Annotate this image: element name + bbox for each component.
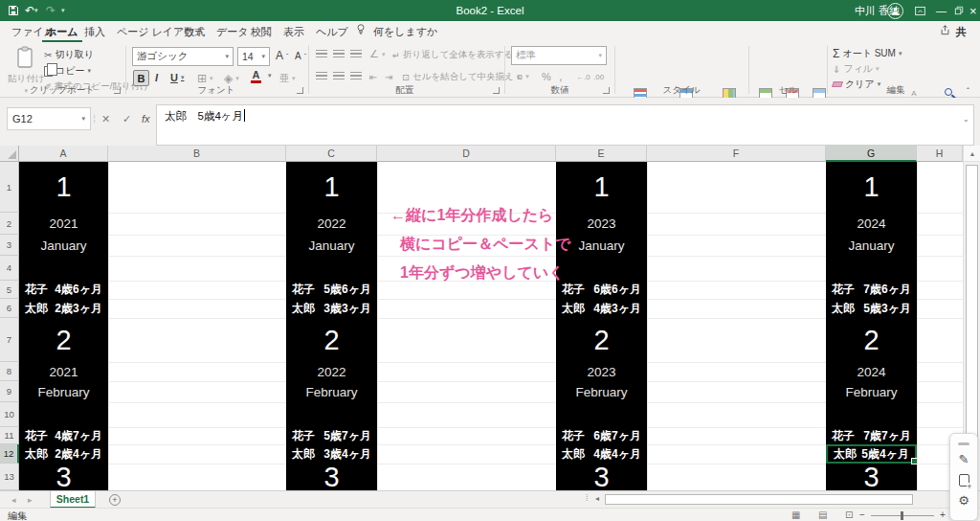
formula-input[interactable]: 太郎 5歳4ヶ月 [156, 104, 974, 146]
align-right-button[interactable] [350, 72, 362, 80]
percent-style-button[interactable]: % [542, 71, 551, 82]
edit-note-button[interactable]: ✎ [959, 453, 969, 466]
cell-day[interactable]: 3 [19, 464, 108, 490]
align-bottom-button[interactable] [350, 50, 362, 58]
number-dialog-launcher[interactable] [603, 87, 610, 94]
cell-day[interactable]: 2 [556, 318, 647, 362]
cell-person[interactable]: 花子7歳6ヶ月 [826, 281, 917, 299]
settings-gear-button[interactable]: ⚙ [958, 494, 969, 508]
vertical-scroll-thumb[interactable] [966, 165, 978, 439]
cell-month[interactable]: January [19, 235, 108, 256]
page-break-view-button[interactable]: ⊡ [845, 509, 853, 521]
worksheet-grid[interactable]: 1 2021 January 花子4歳6ヶ月 太郎2歳3ヶ月 2 2021 Fe… [19, 162, 963, 490]
row-header-3[interactable]: 3 [0, 235, 19, 256]
scroll-up-arrow[interactable]: ▲ [964, 146, 980, 162]
merge-center-button[interactable]: ⊡セルを結合して中央揃え▾ [402, 71, 520, 83]
cell-day[interactable]: 1 [286, 162, 377, 213]
cell-year[interactable]: 2021 [19, 362, 108, 381]
tell-me-box[interactable]: 何をしますか [352, 21, 441, 42]
zoom-in-button[interactable]: + [940, 509, 946, 521]
row-header-4[interactable]: 4 [0, 256, 19, 281]
tab-scroll-splitter[interactable]: ⁞ [586, 493, 588, 503]
calendar-column-g[interactable]: 1 2024 January 花子7歳6ヶ月 太郎5歳3ヶ月 2 2024 Fe… [826, 162, 917, 490]
cell-person[interactable]: 花子5歳6ヶ月 [286, 281, 377, 299]
font-color-button[interactable]: A [251, 70, 261, 83]
row-header-8[interactable]: 8 [0, 362, 19, 381]
sheet-nav-left-arrow[interactable]: ◂ [11, 491, 16, 509]
horizontal-scroll-thumb[interactable] [605, 494, 913, 505]
orientation-button[interactable]: ∠▾ [369, 48, 385, 60]
tab-review[interactable]: 校閲 [247, 21, 276, 42]
cell-empty[interactable] [19, 402, 108, 427]
expand-formula-bar-button[interactable]: ⌄ [963, 107, 969, 130]
cell-empty[interactable] [286, 256, 377, 281]
confirm-entry-button[interactable]: ✓ [122, 107, 131, 130]
drag-handle[interactable] [958, 442, 969, 445]
tab-insert[interactable]: 挿入 [80, 21, 109, 42]
borders-button[interactable]: ⊞▾ [197, 72, 213, 85]
cell-day[interactable]: 2 [19, 318, 108, 362]
cell-person[interactable]: 太郎2歳3ヶ月 [19, 299, 108, 318]
increase-decimal-button[interactable]: ←.0 [576, 73, 590, 81]
sheet-tab-sheet1[interactable]: Sheet1 [50, 491, 96, 509]
cell-year[interactable]: 2022 [286, 213, 377, 235]
clipboard-dialog-launcher[interactable] [114, 87, 121, 94]
new-sheet-button[interactable]: + [109, 494, 121, 506]
fill-color-button[interactable]: ◈▾ [224, 72, 239, 85]
alignment-dialog-launcher[interactable] [493, 87, 500, 94]
row-header-10[interactable]: 10 [0, 402, 19, 427]
cell-day[interactable]: 1 [19, 162, 108, 213]
row-header-9[interactable]: 9 [0, 381, 19, 402]
cell-person[interactable]: 太郎4歳3ヶ月 [556, 299, 647, 318]
close-button[interactable]: × [969, 0, 977, 21]
cancel-entry-button[interactable]: ✕ [101, 107, 110, 130]
name-box[interactable]: G12▾ [7, 107, 91, 130]
collapse-ribbon-button[interactable]: ˆ [967, 86, 969, 96]
cell-empty[interactable] [826, 402, 917, 427]
cell-year[interactable]: 2024 [826, 362, 917, 381]
cell-empty[interactable] [556, 402, 647, 427]
page-layout-view-button[interactable]: ▤ [818, 509, 827, 521]
row-header-7[interactable]: 7 [0, 318, 19, 362]
tab-home[interactable]: ホーム [42, 21, 82, 42]
decrease-indent-button[interactable]: ⇤ [369, 72, 377, 82]
phonetic-guide-button[interactable]: 亜▾ [279, 72, 296, 85]
cell-person[interactable]: 花子4歳6ヶ月 [19, 281, 108, 299]
cell-person[interactable]: 花子4歳7ヶ月 [19, 427, 108, 444]
cell-person[interactable]: 花子6歳7ヶ月 [556, 427, 647, 444]
grow-font-button[interactable]: Aˆ [276, 49, 288, 62]
align-middle-button[interactable] [333, 50, 345, 58]
row-header-12[interactable]: 12 [0, 444, 19, 464]
cell-month[interactable]: January [286, 235, 377, 256]
shrink-font-button[interactable]: Aˇ [295, 51, 306, 61]
save-capture-button[interactable] [959, 474, 969, 487]
column-header-a[interactable]: A [19, 146, 108, 162]
cell-year[interactable]: 2024 [826, 213, 917, 235]
row-header-13[interactable]: 13 [0, 464, 19, 490]
row-header-5[interactable]: 5 [0, 281, 19, 299]
tab-formulas[interactable]: 数式 [180, 21, 209, 42]
cell-year[interactable]: 2023 [556, 362, 647, 381]
cell-month[interactable]: February [826, 381, 917, 402]
select-all-corner[interactable] [0, 146, 19, 162]
cell-year[interactable]: 2022 [286, 362, 377, 381]
column-header-f[interactable]: F [647, 146, 826, 162]
avatar[interactable] [887, 0, 903, 21]
column-header-d[interactable]: D [377, 146, 556, 162]
comma-style-button[interactable]: , [559, 69, 563, 83]
italic-button[interactable]: I [155, 72, 158, 83]
cell-day[interactable]: 1 [826, 162, 917, 213]
cell-day[interactable]: 3 [286, 464, 377, 490]
calendar-column-a[interactable]: 1 2021 January 花子4歳6ヶ月 太郎2歳3ヶ月 2 2021 Fe… [19, 162, 108, 490]
zoom-slider-thumb[interactable] [901, 511, 903, 520]
normal-view-button[interactable]: ▦ [791, 509, 800, 521]
number-format-select[interactable]: 標準▾ [511, 46, 607, 65]
font-dialog-launcher[interactable] [297, 87, 303, 94]
copy-button[interactable]: コピー▾ [44, 64, 91, 78]
column-header-c[interactable]: C [286, 146, 377, 162]
cell-empty[interactable] [286, 402, 377, 427]
tab-view[interactable]: 表示 [279, 21, 308, 42]
increase-indent-button[interactable]: ⇥ [385, 72, 392, 82]
cell-month[interactable]: February [286, 381, 377, 402]
font-size-select[interactable]: 14▾ [237, 47, 270, 66]
